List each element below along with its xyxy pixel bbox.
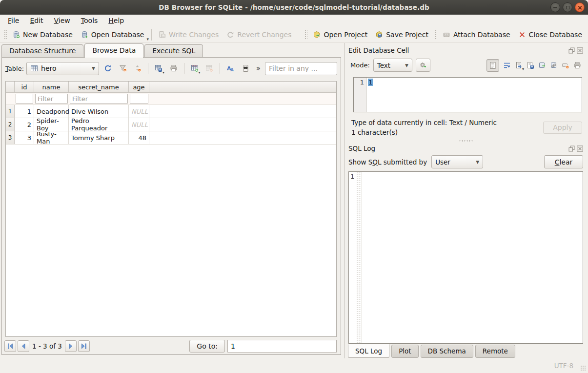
vertical-splitter[interactable]: [343, 43, 346, 358]
revert-changes-button[interactable]: Revert Changes: [223, 29, 295, 41]
sql-log-title: SQL Log: [348, 145, 568, 152]
cell-age[interactable]: NULL: [129, 105, 149, 118]
cell-name[interactable]: Deadpond: [34, 105, 69, 118]
table-select[interactable]: hero ▼: [26, 62, 99, 75]
close-panel-icon[interactable]: [577, 145, 583, 152]
close-panel-icon[interactable]: [577, 47, 583, 54]
toolbar-drag-handle[interactable]: [304, 29, 307, 40]
apply-button[interactable]: Apply: [543, 122, 582, 134]
resize-grip-icon[interactable]: [580, 365, 586, 371]
print-icon[interactable]: [573, 62, 581, 69]
cell-id[interactable]: 2: [15, 118, 34, 131]
tab-db-schema[interactable]: DB Schema: [421, 345, 473, 358]
clear-button[interactable]: Clear: [544, 155, 583, 168]
attach-database-button[interactable]: Attach Database: [439, 29, 514, 41]
tab-plot[interactable]: Plot: [391, 345, 418, 358]
open-project-button[interactable]: Open Project: [309, 29, 371, 41]
open-database-button[interactable]: Open Database: [77, 29, 148, 41]
write-changes-label: Write Changes: [169, 31, 219, 39]
cell-editor[interactable]: 1 1: [353, 77, 582, 112]
save-results-button[interactable]: ▾: [152, 62, 165, 75]
table-row[interactable]: 2 2 Spider-Boy Pedro Parqueador NULL: [6, 118, 336, 131]
auto-switch-mode-button[interactable]: [416, 59, 430, 72]
cell-name[interactable]: Spider-Boy: [34, 118, 69, 131]
cell-id[interactable]: 3: [15, 131, 34, 144]
tab-sql-log[interactable]: SQL Log: [348, 344, 389, 358]
insert-record-button[interactable]: ▾: [188, 62, 201, 75]
filter-input-secret-name[interactable]: [70, 94, 128, 104]
mode-select[interactable]: Text ▼: [373, 59, 412, 72]
write-changes-button[interactable]: Write Changes: [154, 29, 223, 41]
close-icon[interactable]: [575, 2, 585, 12]
word-wrap-icon[interactable]: [503, 62, 511, 69]
filter-input-name[interactable]: [35, 94, 68, 104]
column-header-secret-name[interactable]: secret_name: [69, 82, 129, 92]
table-row[interactable]: 3 3 Rusty-Man Tommy Sharp 48: [6, 131, 336, 145]
last-record-button[interactable]: [78, 340, 90, 352]
table-row[interactable]: 1 1 Deadpond Dive Wilson NULL: [6, 105, 336, 118]
toolbar-drag-handle[interactable]: [3, 29, 7, 40]
statusbar: UTF-8: [0, 358, 588, 373]
save-project-icon: [375, 31, 383, 39]
find-in-table-button[interactable]: [239, 62, 252, 75]
row-header[interactable]: 3: [6, 131, 15, 144]
horizontal-splitter[interactable]: [347, 137, 584, 144]
cell-age[interactable]: NULL: [129, 118, 149, 131]
menu-file[interactable]: File: [2, 16, 24, 25]
cell-secret-name[interactable]: Tommy Sharp: [69, 131, 129, 144]
toolbar-drag-handle[interactable]: [434, 29, 437, 40]
grid-corner-cell[interactable]: [6, 82, 15, 92]
print-button[interactable]: [167, 62, 180, 75]
new-database-button[interactable]: New Database: [8, 29, 77, 41]
maximize-icon[interactable]: [563, 2, 572, 12]
import-file-icon[interactable]: ▾: [515, 62, 523, 69]
cell-secret-name[interactable]: Dive Wilson: [69, 105, 129, 118]
column-header-id[interactable]: id: [15, 82, 34, 92]
clear-filters-button[interactable]: [117, 62, 129, 75]
column-header-name[interactable]: name: [34, 82, 69, 92]
encoding-indicator[interactable]: UTF-8: [554, 362, 573, 370]
goto-record-input[interactable]: [227, 340, 337, 352]
previous-record-button[interactable]: [18, 340, 29, 352]
delete-record-button[interactable]: [203, 62, 216, 75]
first-record-button[interactable]: [4, 340, 16, 352]
cell-age[interactable]: 48: [129, 131, 149, 144]
cell-secret-name[interactable]: Pedro Parqueador: [69, 118, 129, 131]
submitted-by-select[interactable]: User ▼: [431, 155, 483, 168]
tab-database-structure[interactable]: Database Structure: [1, 44, 83, 57]
refresh-button[interactable]: [101, 62, 114, 75]
minimize-icon[interactable]: [550, 2, 560, 12]
sql-log-editor[interactable]: 1: [348, 171, 583, 344]
close-database-button[interactable]: Close Database: [514, 29, 586, 41]
set-null-icon[interactable]: [562, 62, 569, 69]
save-project-button[interactable]: Save Project: [371, 29, 432, 41]
filter-any-column-input[interactable]: [265, 62, 337, 75]
menu-edit[interactable]: Edit: [24, 16, 48, 25]
row-header[interactable]: 1: [6, 105, 15, 118]
text-mode-button[interactable]: [487, 59, 499, 72]
filter-input-id[interactable]: [16, 94, 33, 104]
export-file-icon[interactable]: [527, 62, 534, 69]
row-header[interactable]: 2: [6, 118, 15, 131]
column-header-age[interactable]: age: [129, 82, 149, 92]
tab-remote[interactable]: Remote: [475, 345, 515, 358]
open-database-dropdown-icon[interactable]: ▾: [146, 37, 149, 42]
menu-view[interactable]: View: [49, 16, 76, 25]
filter-input-age[interactable]: [130, 94, 148, 104]
cell-name[interactable]: Rusty-Man: [34, 131, 69, 144]
font-settings-button[interactable]: AA: [224, 62, 237, 75]
cell-editor-content[interactable]: 1: [367, 78, 374, 112]
clear-sort-button[interactable]: [131, 62, 144, 75]
goto-button[interactable]: Go to:: [189, 340, 225, 352]
open-in-external-icon[interactable]: [538, 62, 546, 69]
menu-tools[interactable]: Tools: [76, 16, 103, 25]
next-record-button[interactable]: [65, 340, 77, 352]
menu-help[interactable]: Help: [103, 16, 129, 25]
link-icon[interactable]: [550, 62, 558, 69]
toolbar-overflow-icon[interactable]: »: [254, 64, 263, 73]
tab-browse-data[interactable]: Browse Data: [84, 43, 143, 58]
tab-execute-sql[interactable]: Execute SQL: [144, 44, 203, 57]
float-panel-icon[interactable]: [568, 145, 575, 152]
cell-id[interactable]: 1: [15, 105, 34, 118]
float-panel-icon[interactable]: [568, 47, 575, 54]
